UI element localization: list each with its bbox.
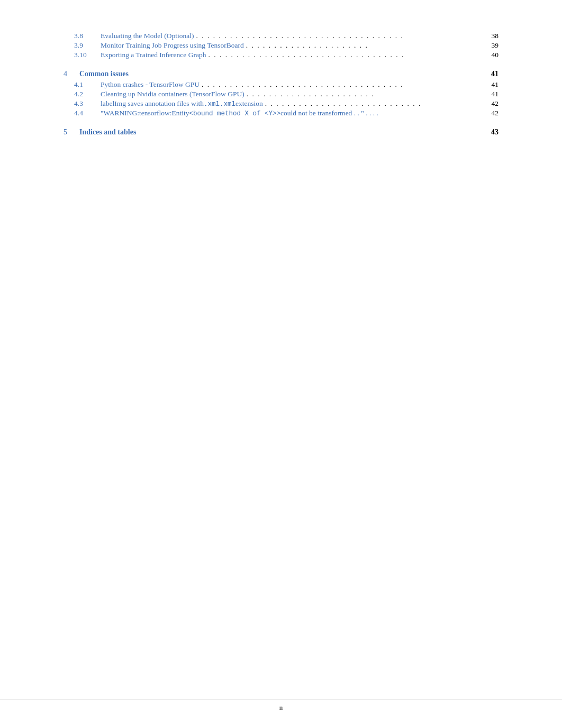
footer-page-number: ii <box>279 704 283 712</box>
entry-page-4-3: 42 <box>485 99 498 108</box>
toc-entry-3-9: 3.9 Monitor Training Job Progress using … <box>64 41 498 50</box>
entry-dots-3-10: . . . . . . . . . . . . . . . . . . . . … <box>208 51 483 59</box>
entry-number-3-9[interactable]: 3.9 <box>74 41 101 50</box>
entry-page-4-4: 42 <box>485 109 498 117</box>
toc-entry-4-4: 4.4 "WARNING:tensorflow:Entity <bound me… <box>64 109 498 117</box>
toc-entry-3-8: 3.8 Evaluating the Model (Optional) . . … <box>64 32 498 40</box>
entry-title-3-9[interactable]: Monitor Training Job Progress using Tens… <box>101 41 244 50</box>
page-container: 3.8 Evaluating the Model (Optional) . . … <box>0 0 562 728</box>
entry-page-4: 41 <box>485 70 498 78</box>
entry-dots-3-9: . . . . . . . . . . . . . . . . . . . . … <box>246 41 483 50</box>
entry-dots-4-3: . . . . . . . . . . . . . . . . . . . . … <box>265 99 483 108</box>
entry-page-3-8: 38 <box>485 32 498 40</box>
entry-number-4[interactable]: 4 <box>64 70 79 78</box>
entry-dots-4-2: . . . . . . . . . . . . . . . . . . . . … <box>247 90 483 98</box>
entry-title-5[interactable]: Indices and tables <box>79 128 136 136</box>
entry-page-3-9: 39 <box>485 41 498 50</box>
entry-title-4-4-suffix: could not be transformed . . " . . . . <box>280 109 378 117</box>
toc-entry-4-2: 4.2 Cleaning up Nvidia containers (Tenso… <box>64 90 498 98</box>
entry-title-4-3-mono: .xml.xml <box>204 101 235 108</box>
entry-dots-3-8: . . . . . . . . . . . . . . . . . . . . … <box>196 32 483 40</box>
entry-number-4-1[interactable]: 4.1 <box>74 80 101 89</box>
toc-entry-4-1: 4.1 Python crashes - TensorFlow GPU . . … <box>64 80 498 89</box>
entry-number-3-8[interactable]: 3.8 <box>74 32 101 40</box>
entry-page-4-1: 41 <box>485 80 498 89</box>
entry-title-3-8[interactable]: Evaluating the Model (Optional) <box>101 32 194 40</box>
entry-title-4-3-suffix: extension <box>235 99 263 108</box>
entry-title-4-4-prefix[interactable]: "WARNING:tensorflow:Entity <box>101 109 189 117</box>
entry-number-4-3[interactable]: 4.3 <box>74 99 101 108</box>
entry-number-4-2[interactable]: 4.2 <box>74 90 101 98</box>
toc-entry-4-3: 4.3 labelImg saves annotation files with… <box>64 99 498 108</box>
entry-title-3-10[interactable]: Exporting a Trained Inference Graph <box>101 51 206 59</box>
entry-title-4-3-prefix[interactable]: labelImg saves annotation files with <box>101 99 204 108</box>
toc-entry-section-4: 4 Common issues 41 <box>64 70 498 78</box>
entry-page-4-2: 41 <box>485 90 498 98</box>
entry-page-3-10: 40 <box>485 51 498 59</box>
toc-entry-3-10: 3.10 Exporting a Trained Inference Graph… <box>64 51 498 59</box>
page-footer: ii <box>0 699 562 712</box>
entry-title-4[interactable]: Common issues <box>79 70 129 78</box>
entry-number-3-10[interactable]: 3.10 <box>74 51 101 59</box>
entry-page-5: 43 <box>485 128 498 136</box>
entry-number-5[interactable]: 5 <box>64 128 79 136</box>
entry-dots-4-1: . . . . . . . . . . . . . . . . . . . . … <box>202 80 483 89</box>
toc-entry-section-5: 5 Indices and tables 43 <box>64 128 498 136</box>
entry-title-4-2[interactable]: Cleaning up Nvidia containers (TensorFlo… <box>101 90 244 98</box>
entry-title-4-4-mono: <bound method X of <Y>> <box>189 110 281 117</box>
entry-number-4-4[interactable]: 4.4 <box>74 109 101 117</box>
entry-title-4-1[interactable]: Python crashes - TensorFlow GPU <box>101 80 200 89</box>
